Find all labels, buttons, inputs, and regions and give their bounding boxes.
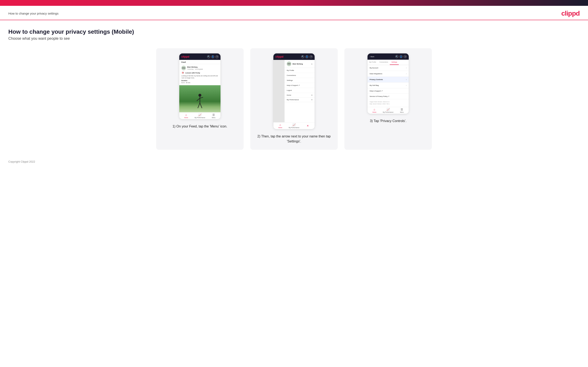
- chevron-down-icon: ∨: [311, 94, 312, 96]
- page-heading: How to change your privacy settings (Mob…: [8, 28, 580, 35]
- bottom-nav-home-label-2: Home: [278, 127, 282, 128]
- svg-line-4: [198, 103, 200, 108]
- step-1-phone: clippd 🔍 👤 ⚙ Feed BM Blair McHarg: [179, 53, 221, 119]
- bottom-nav-performance[interactable]: 📈 My Performance: [193, 113, 207, 118]
- step-3-card: ‹ Back 🔍 👤 ⚙ My Profile Connections Sett…: [344, 48, 432, 150]
- menu-section-performance-label: My Performance: [287, 99, 299, 101]
- settings-item-my-golf-bag[interactable]: My Golf Bag ›: [367, 83, 409, 88]
- svg-line-3: [200, 97, 203, 98]
- bottom-nav-performance-label-3: My Performance: [383, 111, 393, 113]
- menu-item-logout[interactable]: Logout: [285, 88, 315, 93]
- bottom-nav-menu[interactable]: ☰ Menu: [207, 113, 221, 118]
- step-2-caption: 2) Then, tap the arrow next to your name…: [255, 134, 333, 144]
- footer: Copyright Clippd 2022: [0, 156, 588, 167]
- post-text: Looking to feel like my hands are exitin…: [181, 75, 218, 79]
- post-user-info: Blair McHarg Yesterday · Sunningdale: [187, 66, 203, 70]
- bottom-nav-performance-label: My Performance: [194, 117, 205, 118]
- settings-footer: Clippd Client Version: 2022.8.3-3 GQL Se…: [367, 99, 409, 107]
- menu-icon: ☰: [212, 113, 215, 117]
- bottom-nav-performance-3[interactable]: 📈 My Performance: [381, 108, 395, 113]
- user-icon-3[interactable]: 👤: [399, 55, 402, 58]
- settings-item-help[interactable]: Help & Support ↗: [367, 88, 409, 94]
- chart-icon-2: 📈: [292, 123, 296, 126]
- settings-icon[interactable]: ⚙: [216, 55, 218, 58]
- bottom-nav-home-3[interactable]: ⌂ Home: [367, 108, 381, 113]
- chevron-right-icon-3: ›: [406, 78, 407, 81]
- chevron-right-icon: ›: [406, 67, 407, 69]
- tab-settings[interactable]: Settings: [390, 60, 399, 65]
- settings-icon-2[interactable]: ⚙: [310, 55, 312, 58]
- step-1-caption: 1) On your Feed, tap the 'Menu' icon.: [173, 124, 227, 129]
- chevron-right-icon-2: ›: [406, 73, 407, 75]
- settings-icon-3[interactable]: ⚙: [404, 55, 407, 58]
- step-3-caption: 3) Tap 'Privacy Controls'.: [370, 118, 406, 124]
- menu-section-home[interactable]: Home ∨: [285, 93, 315, 98]
- settings-item-help-label: Help & Support ↗: [370, 90, 383, 92]
- post-header: BM Blair McHarg Yesterday · Sunningdale: [181, 66, 218, 70]
- menu-item-profile[interactable]: My Profile: [285, 68, 315, 73]
- golf-image: [179, 85, 221, 112]
- chevron-up-icon: ∧: [311, 63, 312, 65]
- phone-nav-icons-1: 🔍 👤 ⚙: [207, 55, 218, 58]
- settings-item-my-account[interactable]: My Account ›: [367, 65, 409, 71]
- settings-item-privacy-policy-label: Service & Privacy Policy ↗: [370, 95, 389, 97]
- svg-line-2: [197, 98, 200, 101]
- settings-tabs: My Profile Connections Settings: [367, 60, 409, 65]
- step-2-phone: clippd 🔍 👤 ⚙: [273, 53, 315, 129]
- step-2-card: clippd 🔍 👤 ⚙: [250, 48, 338, 150]
- menu-item-help[interactable]: Help & Support ↗: [285, 83, 315, 88]
- post-title: 🎯 Lesson with Fordy: [181, 71, 218, 74]
- bottom-nav-menu-3[interactable]: ☰ Menu: [395, 108, 409, 113]
- search-icon[interactable]: 🔍: [207, 55, 210, 58]
- settings-item-data-integrations-label: Data Integrations: [370, 73, 382, 75]
- svg-point-0: [199, 94, 201, 97]
- bottom-nav-menu-label: Menu: [212, 117, 216, 118]
- phone-nav-2: clippd 🔍 👤 ⚙: [273, 53, 315, 60]
- bottom-nav-home[interactable]: ⌂ Home: [179, 113, 193, 118]
- menu-item-settings[interactable]: Settings: [285, 78, 315, 83]
- feed-tab[interactable]: Feed: [179, 60, 221, 64]
- bottom-nav-home-label-3: Home: [372, 111, 376, 113]
- settings-item-privacy-controls-label: Privacy Controls: [370, 79, 383, 81]
- main-content: How to change your privacy settings (Mob…: [0, 20, 588, 156]
- home-icon-2: ⌂: [279, 123, 281, 126]
- post-item: BM Blair McHarg Yesterday · Sunningdale …: [179, 64, 221, 85]
- tab-my-profile[interactable]: My Profile: [367, 60, 378, 65]
- lesson-icon: 🎯: [181, 71, 184, 74]
- header-title: How to change your privacy settings: [8, 12, 59, 15]
- steps-row: clippd 🔍 👤 ⚙ Feed BM Blair McHarg: [8, 48, 580, 150]
- menu-section-performance[interactable]: My Performance ∨: [285, 98, 315, 102]
- bottom-nav-close[interactable]: ✕: [301, 124, 315, 127]
- user-icon-2[interactable]: 👤: [305, 55, 308, 58]
- phone-nav-icons-3: 🔍 👤 ⚙: [395, 55, 407, 58]
- phone-bottom-nav-3: ⌂ Home 📈 My Performance ☰ Menu: [367, 107, 409, 114]
- bottom-nav-performance-2[interactable]: 📈 My Performance: [287, 123, 301, 128]
- menu-section-home-label: Home: [287, 94, 291, 96]
- menu-item-connections[interactable]: Connections: [285, 73, 315, 78]
- avatar: BM: [181, 66, 186, 70]
- settings-item-privacy-policy[interactable]: Service & Privacy Policy ↗: [367, 94, 409, 99]
- search-icon-2[interactable]: 🔍: [301, 55, 304, 58]
- post-duration-value: 01 hr : 30 min: [181, 82, 218, 83]
- phone-bottom-nav-2: ⌂ Home 📈 My Performance ✕: [273, 122, 315, 129]
- chevron-down-icon-2: ∨: [311, 99, 312, 101]
- top-bar: [0, 0, 588, 6]
- phone-logo-1: clippd: [181, 55, 189, 58]
- menu-panel: BM Blair McHarg ∧ My Profile Connections…: [285, 60, 315, 122]
- menu-user-name: Blair McHarg: [293, 63, 310, 65]
- page-subheading: Choose what you want people to see: [8, 36, 580, 41]
- user-icon[interactable]: 👤: [211, 55, 214, 58]
- post-date: Yesterday · Sunningdale: [187, 68, 203, 70]
- settings-item-data-integrations[interactable]: Data Integrations ›: [367, 71, 409, 77]
- search-icon-3[interactable]: 🔍: [395, 55, 398, 58]
- server-version: GQL Server Version: 2022.7.30-1: [370, 103, 407, 105]
- back-button[interactable]: ‹ Back: [370, 56, 374, 58]
- settings-item-privacy-controls[interactable]: Privacy Controls ›: [367, 77, 409, 83]
- tab-connections[interactable]: Connections: [378, 60, 390, 65]
- bottom-nav-home-2[interactable]: ⌂ Home: [273, 123, 287, 128]
- home-icon-3: ⌂: [373, 108, 375, 111]
- step-3-phone: ‹ Back 🔍 👤 ⚙ My Profile Connections Sett…: [367, 53, 409, 114]
- menu-user-row[interactable]: BM Blair McHarg ∧: [285, 60, 315, 68]
- settings-list: My Account › Data Integrations › Privacy…: [367, 65, 409, 99]
- close-icon[interactable]: ✕: [307, 124, 309, 127]
